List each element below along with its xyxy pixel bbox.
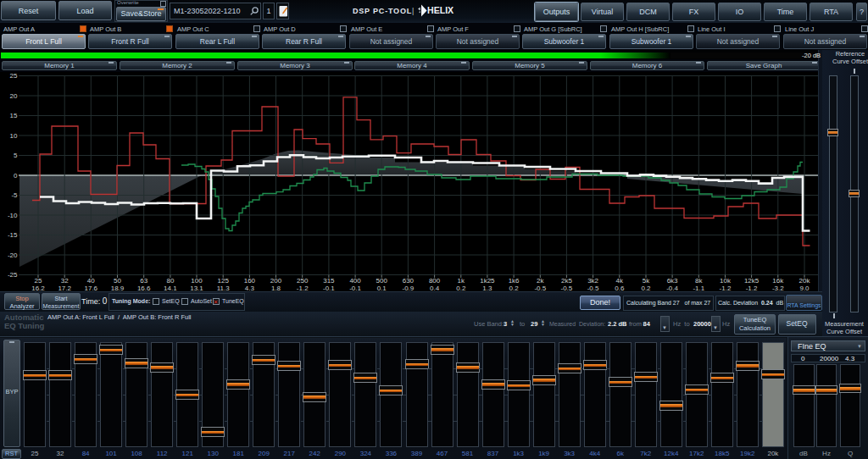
svg-text:125: 125 <box>218 277 230 285</box>
svg-text:800: 800 <box>429 277 441 285</box>
svg-text:-1.2: -1.2 <box>720 285 732 291</box>
svg-text:6k3: 6k3 <box>667 277 678 285</box>
svg-text:13.1: 13.1 <box>190 285 203 291</box>
svg-text:4.3: 4.3 <box>245 285 255 291</box>
svg-text:-1.2: -1.2 <box>746 285 758 291</box>
svg-text:0: 0 <box>14 172 18 180</box>
svg-text:25: 25 <box>35 277 42 285</box>
svg-text:63: 63 <box>140 277 147 285</box>
svg-text:-5: -5 <box>11 191 18 199</box>
svg-text:630: 630 <box>403 277 415 285</box>
svg-text:18.9: 18.9 <box>111 285 125 291</box>
svg-text:1k: 1k <box>458 277 465 285</box>
svg-text:-15: -15 <box>8 231 18 239</box>
svg-text:-0.5: -0.5 <box>534 285 546 291</box>
svg-text:500: 500 <box>376 277 388 285</box>
svg-text:-3.2: -3.2 <box>772 285 784 291</box>
svg-text:1k25: 1k25 <box>480 277 495 285</box>
svg-text:12k5: 12k5 <box>744 277 760 285</box>
svg-text:0.1: 0.1 <box>377 285 387 291</box>
svg-text:10k: 10k <box>720 277 732 285</box>
svg-text:17.6: 17.6 <box>85 285 98 291</box>
svg-text:-25: -25 <box>8 271 18 279</box>
svg-text:2k: 2k <box>537 277 544 285</box>
svg-text:25: 25 <box>10 72 18 80</box>
svg-text:32: 32 <box>61 277 69 285</box>
svg-text:-10: -10 <box>8 212 18 219</box>
svg-text:5: 5 <box>14 152 18 159</box>
svg-text:2k5: 2k5 <box>561 277 572 285</box>
svg-text:10: 10 <box>10 132 18 140</box>
svg-text:0.2: 0.2 <box>509 285 520 291</box>
svg-text:400: 400 <box>349 277 361 285</box>
svg-text:1k6: 1k6 <box>509 277 520 285</box>
svg-text:160: 160 <box>244 277 256 285</box>
svg-text:14.1: 14.1 <box>164 285 177 291</box>
svg-text:40: 40 <box>87 277 95 285</box>
svg-text:9.0: 9.0 <box>799 285 810 291</box>
svg-text:15: 15 <box>10 112 18 119</box>
svg-text:20k: 20k <box>799 277 811 285</box>
svg-text:0.6: 0.6 <box>615 285 625 291</box>
svg-text:1.3: 1.3 <box>482 285 492 291</box>
svg-text:315: 315 <box>323 277 335 285</box>
svg-text:4k: 4k <box>616 277 624 285</box>
svg-text:250: 250 <box>297 277 309 285</box>
svg-text:200: 200 <box>270 277 282 285</box>
svg-text:-0.1: -0.1 <box>349 285 361 291</box>
svg-text:16.2: 16.2 <box>31 285 45 291</box>
svg-text:-0.5: -0.5 <box>561 285 573 291</box>
svg-text:11.3: 11.3 <box>217 285 231 291</box>
svg-text:16.6: 16.6 <box>137 285 151 291</box>
svg-text:16k: 16k <box>772 277 784 285</box>
svg-text:-0.1: -0.1 <box>323 285 335 291</box>
svg-text:17.2: 17.2 <box>58 285 71 291</box>
svg-text:50: 50 <box>114 277 121 285</box>
svg-text:5k: 5k <box>643 277 650 285</box>
svg-text:-1.1: -1.1 <box>693 285 704 291</box>
svg-text:3k2: 3k2 <box>587 277 598 285</box>
svg-text:8k: 8k <box>695 277 703 285</box>
svg-text:20: 20 <box>10 92 18 100</box>
svg-text:0.2: 0.2 <box>641 285 651 291</box>
svg-text:0.4: 0.4 <box>430 285 440 291</box>
svg-text:1.8: 1.8 <box>271 285 281 291</box>
svg-text:-0.4: -0.4 <box>666 285 678 291</box>
svg-text:-0.5: -0.5 <box>587 285 599 291</box>
svg-text:100: 100 <box>191 277 203 285</box>
svg-text:-1.2: -1.2 <box>297 285 309 291</box>
svg-text:-20: -20 <box>8 252 18 259</box>
svg-text:80: 80 <box>166 277 174 285</box>
svg-text:-0.9: -0.9 <box>403 285 415 291</box>
svg-text:0.2: 0.2 <box>456 285 466 291</box>
